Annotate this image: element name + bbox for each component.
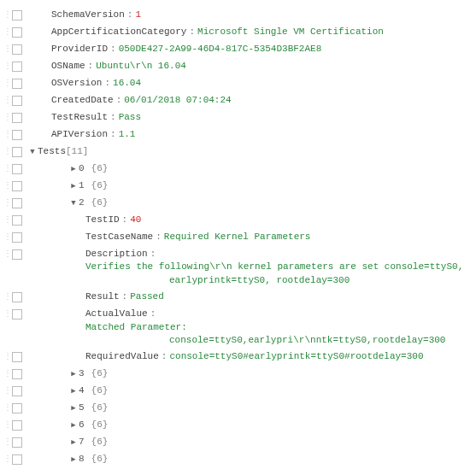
drag-handle: ⋮⋮ xyxy=(3,26,10,39)
tree-row: ⋮⋮▶ 6{6} xyxy=(3,417,473,434)
drag-handle: ⋮⋮ xyxy=(3,9,10,22)
tree-row: ⋮⋮TestID : 40 xyxy=(3,212,473,229)
row-checkbox[interactable] xyxy=(12,44,22,55)
row-content: TestID : 40 xyxy=(27,214,473,226)
tree-row: ⋮⋮RequiredValue : console=ttyS0#earlypri… xyxy=(3,349,473,366)
property-key: OSVersion xyxy=(51,77,102,90)
object-summary: {6} xyxy=(91,436,109,448)
tree-row: ⋮⋮AppCertificationCategory:Microsoft Sin… xyxy=(3,24,473,41)
object-summary: {6} xyxy=(91,402,109,414)
array-index: 8 xyxy=(79,453,85,466)
row-checkbox[interactable] xyxy=(12,27,22,38)
row-content: TestCaseName : Required Kernel Parameter… xyxy=(27,231,473,243)
tests-key: Tests xyxy=(38,145,66,158)
row-checkbox[interactable] xyxy=(12,403,22,413)
object-summary: {6} xyxy=(91,384,109,397)
property-key: Description xyxy=(85,248,148,261)
row-checkbox[interactable] xyxy=(12,113,22,123)
row-content: ▶ 8{6} xyxy=(27,453,473,466)
row-content: ▶ 4{6} xyxy=(27,384,473,398)
drag-handle: ⋮⋮ xyxy=(3,214,10,227)
array-index: 5 xyxy=(79,402,85,414)
drag-handle: ⋮⋮ xyxy=(3,384,10,398)
row-checkbox[interactable] xyxy=(12,96,22,106)
row-content: ▼ 2{6} xyxy=(27,196,473,210)
property-value: Matched Parameter:console=ttyS0,earlypri… xyxy=(85,321,445,348)
row-checkbox[interactable] xyxy=(12,215,22,226)
array-index: 0 xyxy=(79,162,85,175)
row-checkbox[interactable] xyxy=(12,369,22,379)
toggle-icon[interactable]: ▶ xyxy=(68,367,79,381)
toggle-icon[interactable]: ▶ xyxy=(68,453,79,466)
row-checkbox[interactable] xyxy=(12,198,22,208)
object-summary: {6} xyxy=(91,179,109,192)
toggle-icon[interactable]: ▶ xyxy=(68,419,79,432)
object-summary: {6} xyxy=(91,162,109,175)
property-value: 06/01/2018 07:04:24 xyxy=(124,94,231,107)
array-index: 6 xyxy=(79,419,85,431)
drag-handle: ⋮⋮ xyxy=(3,111,10,125)
object-summary: {6} xyxy=(91,367,109,380)
colon: : xyxy=(162,350,167,363)
tree-row: ⋮⋮TestCaseName : Required Kernel Paramet… xyxy=(3,229,473,246)
tree-row: ⋮⋮▶ 4{6} xyxy=(3,383,473,400)
row-content: ▶ 6{6} xyxy=(27,419,473,432)
row-content: OSVersion:16.04 xyxy=(27,77,473,90)
row-checkbox[interactable] xyxy=(12,249,22,260)
array-index: 3 xyxy=(79,367,85,380)
row-checkbox[interactable] xyxy=(12,10,22,21)
array-index: 2 xyxy=(79,196,85,209)
property-key: Result xyxy=(85,290,120,303)
property-key: TestCaseName xyxy=(85,231,153,243)
row-checkbox[interactable] xyxy=(12,147,22,157)
toggle-icon[interactable]: ▶ xyxy=(68,402,79,415)
property-key: OSName xyxy=(51,60,85,73)
colon: : xyxy=(122,214,128,226)
colon: : xyxy=(156,231,162,243)
tree-row: ⋮⋮▶ 5{6} xyxy=(3,400,473,417)
object-summary: {6} xyxy=(91,196,109,209)
toggle-icon[interactable]: ▶ xyxy=(68,384,79,398)
drag-handle: ⋮⋮ xyxy=(3,231,10,244)
tests-count: [11] xyxy=(66,145,88,158)
row-checkbox[interactable] xyxy=(12,79,22,89)
object-summary: {6} xyxy=(91,453,109,466)
tree-row: ⋮⋮CreatedDate:06/01/2018 07:04:24 xyxy=(3,92,473,109)
row-checkbox[interactable] xyxy=(12,232,22,243)
colon: : xyxy=(127,9,133,21)
tree-row: ⋮⋮▶ 3{6} xyxy=(3,366,473,383)
row-checkbox[interactable] xyxy=(12,309,22,320)
row-checkbox[interactable] xyxy=(12,437,22,448)
toggle-icon[interactable]: ▼ xyxy=(68,196,79,210)
drag-handle: ⋮⋮ xyxy=(3,290,10,304)
property-value: Pass xyxy=(119,111,141,124)
property-value-line: Matched Parameter: xyxy=(85,322,187,332)
row-checkbox[interactable] xyxy=(12,386,22,396)
row-checkbox[interactable] xyxy=(12,292,22,302)
row-checkbox[interactable] xyxy=(12,164,22,174)
row-checkbox[interactable] xyxy=(12,352,22,362)
row-content: OSName:Ubuntu\r\n 16.04 xyxy=(27,60,473,73)
tree-row: ⋮⋮APIVersion:1.1 xyxy=(3,126,473,144)
toggle-icon[interactable]: ▶ xyxy=(68,162,79,176)
object-summary: {6} xyxy=(91,419,109,431)
property-value: 1.1 xyxy=(119,128,136,141)
drag-handle: ⋮⋮ xyxy=(3,162,10,176)
property-key: ProviderID xyxy=(51,43,108,56)
row-checkbox[interactable] xyxy=(12,130,22,140)
drag-handle: ⋮⋮ xyxy=(3,145,10,159)
row-checkbox[interactable] xyxy=(12,420,22,431)
colon: : xyxy=(150,248,156,261)
property-value: 1 xyxy=(135,9,141,21)
row-content: ▶ 7{6} xyxy=(27,436,473,449)
toggle-icon[interactable]: ▶ xyxy=(68,179,79,193)
tree-row: ⋮⋮TestResult:Pass xyxy=(3,109,473,126)
colon: : xyxy=(110,111,116,124)
row-content: TestResult:Pass xyxy=(27,111,473,124)
drag-handle: ⋮⋮ xyxy=(3,453,10,466)
row-checkbox[interactable] xyxy=(12,62,22,72)
row-checkbox[interactable] xyxy=(12,454,22,465)
toggle-icon[interactable]: ▼ xyxy=(27,145,38,159)
row-checkbox[interactable] xyxy=(12,181,22,191)
toggle-icon[interactable]: ▶ xyxy=(68,436,79,449)
